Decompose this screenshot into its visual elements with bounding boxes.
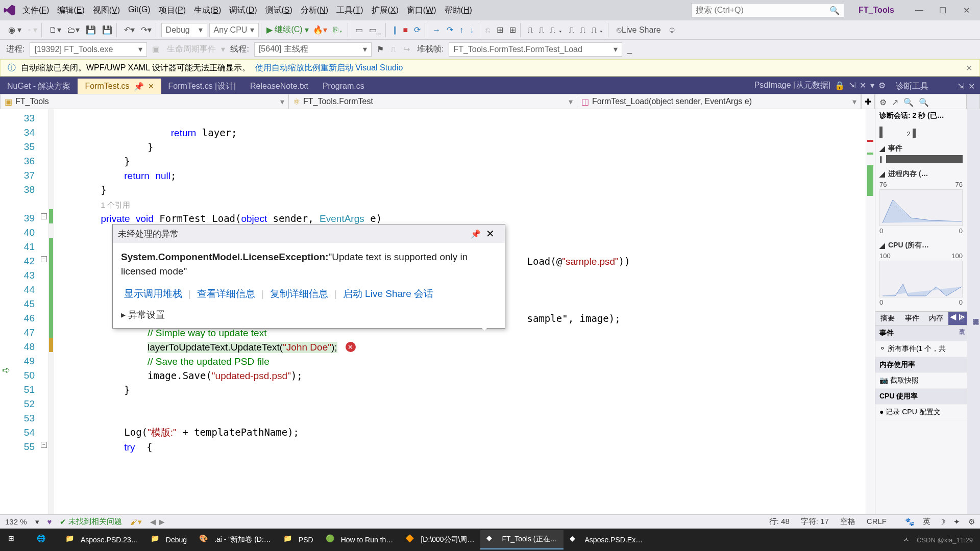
stack-select[interactable]: FT_Tools.FormTest.FormTest_Load▾: [449, 42, 622, 57]
code-editor[interactable]: ➪ 33343536373839404142434445464748495051…: [0, 109, 875, 514]
config-select[interactable]: Debug▾: [161, 23, 207, 37]
pause-diag-icon[interactable]: ∥: [879, 155, 883, 163]
menu-V[interactable]: 视图(V): [89, 4, 124, 17]
thread-select[interactable]: [5640] 主线程▾: [254, 42, 372, 57]
fold-margin[interactable]: −−−: [40, 109, 49, 514]
status-gear-icon[interactable]: ⚙: [968, 517, 975, 527]
search-input[interactable]: 搜索 (Ctrl+Q) 🔍: [691, 3, 844, 17]
close-tab-icon[interactable]: ✕: [860, 81, 866, 90]
tab-item[interactable]: FormTest.cs [设计]: [161, 79, 243, 94]
live-share-button[interactable]: ⎋ Live Share: [615, 24, 663, 36]
ime-indicator[interactable]: 英: [923, 517, 930, 527]
moon-icon[interactable]: ☽: [939, 517, 945, 527]
diag-events-header[interactable]: 事件: [888, 144, 902, 153]
taskbar-item[interactable]: 📁Aspose.PSD.23…: [59, 530, 144, 549]
open-icon[interactable]: 🗁▾: [65, 24, 82, 36]
info-link[interactable]: 使用自动缩放比例重新启动 Visual Studio: [255, 63, 403, 73]
forward-icon[interactable]: ◦ ▾: [26, 24, 39, 36]
menu-D[interactable]: 调试(D): [225, 4, 261, 17]
lifecycle-icon[interactable]: ▣: [150, 43, 162, 55]
diag-reset-icon[interactable]: 🔍: [919, 97, 929, 107]
record-cpu-button[interactable]: ● 记录 CPU 配置文: [875, 405, 967, 420]
pause-icon[interactable]: ∥: [391, 24, 399, 36]
tab-item[interactable]: NuGet - 解决方案: [0, 79, 78, 94]
zoom-level[interactable]: 132 %: [5, 517, 27, 526]
menu-T[interactable]: 工具(T): [332, 4, 367, 17]
line-indicator[interactable]: 行: 48: [769, 517, 790, 527]
step-next-icon[interactable]: ↓: [468, 24, 476, 36]
tool1-icon[interactable]: ⎌: [483, 24, 493, 36]
menu-F[interactable]: 文件(F): [18, 4, 53, 17]
stop-icon[interactable]: ■: [401, 24, 410, 36]
project-dropdown[interactable]: ▣FT_Tools▾: [1, 94, 289, 109]
no-issues[interactable]: ✔ 未找到相关问题: [60, 517, 122, 527]
diag-tabs[interactable]: 摘要 事件 内存 ◀ ▶: [875, 311, 967, 325]
sparkle-icon[interactable]: ✦: [953, 517, 960, 527]
overflow-icon[interactable]: _: [625, 44, 634, 55]
pin-icon[interactable]: ⇲: [849, 81, 855, 90]
save-all-icon[interactable]: 💾: [100, 24, 114, 36]
gear-icon[interactable]: ⚙: [878, 81, 886, 90]
hot-reload-icon[interactable]: 🔥▾: [311, 24, 329, 36]
menu-N[interactable]: 分析(N): [297, 4, 332, 17]
split-icon[interactable]: ✚: [861, 94, 874, 109]
process-select[interactable]: [19392] FT_Tools.exe▾: [30, 42, 147, 57]
menu-B[interactable]: 生成(B): [190, 4, 225, 17]
health-icon[interactable]: ♥: [47, 517, 52, 526]
diag-cpu-header[interactable]: CPU (所有…: [888, 241, 929, 250]
tool3-icon[interactable]: ⊞: [507, 24, 518, 36]
minimize-button[interactable]: —: [909, 3, 930, 17]
maximize-button[interactable]: ☐: [932, 3, 953, 17]
step-into-icon[interactable]: →: [430, 24, 443, 36]
minimap[interactable]: [866, 109, 875, 514]
menu-X[interactable]: 扩展(X): [368, 4, 403, 17]
diag-pin-icon[interactable]: ⇲: [958, 82, 964, 91]
step-over-icon[interactable]: ↷: [445, 24, 455, 36]
paw-icon[interactable]: 🐾: [905, 517, 915, 527]
taskbar-item[interactable]: ⊞: [2, 530, 31, 549]
exception-link[interactable]: 显示调用堆栈: [121, 288, 185, 299]
thread-tool-icon[interactable]: ⎍: [389, 44, 398, 55]
right-rail[interactable]: 测试资源管理器 Git 更改: [967, 109, 980, 514]
diag-gear-icon[interactable]: ⚙: [879, 97, 887, 107]
menu-G[interactable]: Git(G): [124, 4, 155, 17]
attach-icon[interactable]: ⎘▾: [331, 24, 346, 36]
metadata-tab[interactable]: PsdImage [从元数据]: [754, 80, 830, 91]
crlf-indicator[interactable]: CRLF: [867, 517, 887, 527]
tool2-icon[interactable]: ⊞: [495, 24, 505, 36]
taskbar-item[interactable]: 📁PSD: [277, 530, 320, 549]
diag-close-icon[interactable]: ✕: [968, 82, 975, 91]
close-button[interactable]: ✕: [955, 3, 977, 17]
taskbar-item[interactable]: 🎨.ai - "新加卷 (D:…: [193, 530, 277, 549]
continue-button[interactable]: ▶ 继续(C) ▾: [266, 24, 308, 35]
method-dropdown[interactable]: ◫FormTest_Load(object sender, EventArgs …: [577, 94, 861, 109]
class-dropdown[interactable]: ⚛FT_Tools.FormTest▾: [289, 94, 577, 109]
menu-S[interactable]: 测试(S): [261, 4, 297, 17]
info-close-icon[interactable]: ✕: [966, 63, 972, 73]
redo-icon[interactable]: ↷▾: [139, 24, 154, 36]
diag-zoom-in-icon[interactable]: ↗: [892, 97, 898, 107]
exception-link[interactable]: 启动 Live Share 会话: [340, 288, 436, 299]
menu-H[interactable]: 帮助(H): [440, 4, 476, 17]
step-out-icon[interactable]: ↑: [457, 24, 465, 36]
save-icon[interactable]: 💾: [84, 24, 98, 36]
exception-settings[interactable]: ▸ 异常设置: [113, 306, 505, 328]
exception-link[interactable]: 查看详细信息: [194, 288, 258, 299]
new-icon[interactable]: 🗋▾: [47, 24, 63, 36]
back-icon[interactable]: ◉ ▾: [6, 24, 23, 36]
menu-W[interactable]: 窗口(W): [403, 4, 440, 17]
taskbar-item[interactable]: ◆Aspose.PSD.Ex…: [564, 530, 649, 549]
all-events-link[interactable]: ⚬ 所有事件(1 个，共: [875, 341, 967, 357]
platform-select[interactable]: Any CPU▾: [209, 23, 259, 37]
dropdown-tab-icon[interactable]: ▾: [870, 81, 874, 90]
system-tray[interactable]: ㅅ CSDN @xia_11:29: [903, 535, 978, 544]
taskbar-item[interactable]: 📁Debug: [144, 530, 193, 549]
diag-zoom-out-icon[interactable]: 🔍: [903, 97, 914, 107]
taskbar-item[interactable]: ◆FT_Tools (正在…: [480, 530, 563, 549]
restart-icon[interactable]: ⟳: [412, 24, 423, 36]
step-ui1-icon[interactable]: ▭: [353, 24, 365, 36]
thread-out-icon[interactable]: ↪: [401, 43, 412, 55]
close-popup-icon[interactable]: ✕: [481, 228, 500, 240]
brush-icon[interactable]: 🖌▾: [130, 517, 142, 527]
spaces-indicator[interactable]: 空格: [840, 517, 855, 527]
